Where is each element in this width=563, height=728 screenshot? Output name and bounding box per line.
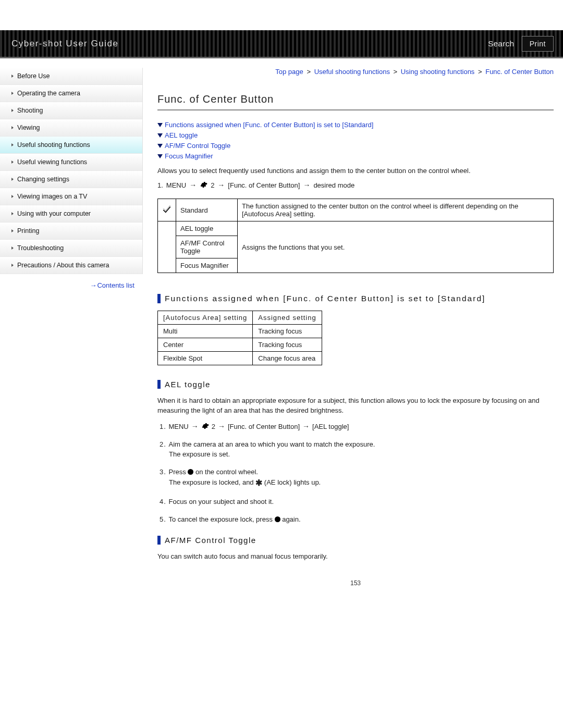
intro-text: Allows you to select frequently used fun… [157, 166, 554, 176]
arrow-icon: → [217, 181, 225, 189]
search-button[interactable]: Search [488, 39, 515, 48]
step-item: Focus on your subject and shoot it. [160, 497, 554, 507]
step-subtext: The exposure is set. [169, 449, 554, 460]
gear-number: 2 [212, 422, 215, 432]
arrow-icon: → [218, 421, 225, 432]
sidebar-item[interactable]: Viewing [0, 119, 142, 137]
table-cell: Multi [158, 325, 253, 338]
anchor-link[interactable]: AF/MF Control Toggle [157, 142, 554, 150]
section-heading-ael: AEL toggle [157, 380, 554, 389]
step-subtext: (AE lock) lights up. [264, 478, 321, 486]
caret-icon [11, 92, 14, 95]
sidebar: Before UseOperating the cameraShootingVi… [0, 58, 143, 587]
arrow-icon: → [90, 281, 95, 289]
mode-desc: Assigns the functions that you set. [238, 221, 554, 273]
step-num: 1. [157, 181, 163, 189]
ael-para: When it is hard to obtain an appropriate… [157, 396, 554, 416]
arrow-icon: → [302, 421, 310, 432]
gear-icon [200, 181, 207, 189]
caret-icon [11, 126, 14, 129]
table-header: Assigned setting [253, 311, 322, 325]
sidebar-item[interactable]: Using with your computer [0, 205, 142, 223]
sidebar-item[interactable]: Changing settings [0, 171, 142, 188]
sidebar-item[interactable]: Viewing images on a TV [0, 188, 142, 205]
anchor-link[interactable]: Focus Magnifier [157, 152, 554, 160]
gear-icon [201, 422, 209, 432]
step-text: To cancel the exposure lock, press [168, 515, 272, 523]
step-text: Aim the camera at an area to which you w… [168, 440, 375, 448]
caret-icon [11, 229, 14, 232]
sidebar-item-label: Before Use [17, 72, 50, 80]
sidebar-item-label: Useful shooting functions [17, 141, 90, 149]
mode-name: AF/MF Control Toggle [176, 236, 238, 258]
anchor-link[interactable]: Functions assigned when [Func. of Center… [157, 121, 554, 129]
sidebar-item-label: Shooting [17, 107, 43, 114]
section-heading-standard: Functions assigned when [Func. of Center… [157, 294, 554, 303]
anchor-text: Focus Magnifier [165, 152, 213, 160]
breadcrumb-separator: > [476, 68, 484, 76]
sidebar-item-label: Viewing [17, 124, 40, 131]
menu-label: MENU [166, 181, 186, 189]
menu-item: [Func. of Center Button] [228, 181, 300, 189]
breadcrumb-item[interactable]: Useful shooting functions [314, 68, 390, 76]
breadcrumb-separator: > [305, 68, 313, 76]
anchor-link[interactable]: AEL toggle [157, 131, 554, 139]
table-cell: Flexible Spot [158, 352, 253, 365]
table-row: AEL toggle Assigns the functions that yo… [158, 221, 554, 236]
step-text: again. [282, 515, 300, 523]
breadcrumb-item[interactable]: Top page [275, 68, 303, 76]
caret-icon [11, 246, 14, 250]
mode-name: Focus Magnifier [176, 258, 238, 273]
checkmark-icon [162, 205, 172, 214]
anchor-text: AF/MF Control Toggle [165, 142, 230, 150]
triangle-down-icon [157, 144, 163, 148]
guide-title: Cyber-shot User Guide [11, 39, 118, 49]
anchor-text: AEL toggle [165, 131, 198, 139]
center-button-icon [275, 516, 280, 522]
triangle-down-icon [157, 123, 163, 127]
menu-end: desired mode [313, 181, 354, 189]
mode-desc: The function assigned to the center butt… [238, 199, 554, 221]
header-bar: Cyber-shot User Guide Search Print [0, 30, 563, 58]
center-button-icon [188, 469, 193, 475]
sidebar-item-label: Operating the camera [17, 90, 80, 97]
sidebar-item[interactable]: Useful viewing functions [0, 154, 142, 171]
table-cell: Tracking focus [253, 325, 322, 338]
sidebar-item[interactable]: Printing [0, 223, 142, 240]
modes-table: Standard The function assigned to the ce… [157, 199, 554, 273]
table-cell: Change focus area [253, 352, 322, 365]
ael-steps: MENU → 2 → [Func. of Center Button] → [A… [157, 421, 554, 525]
step-item: MENU → 2 → [Func. of Center Button] → [A… [160, 421, 554, 432]
print-button[interactable]: Print [522, 36, 554, 52]
sidebar-item[interactable]: Useful shooting functions [0, 137, 142, 154]
step-item: To cancel the exposure lock, press again… [160, 514, 554, 525]
table-row: Multi Tracking focus [158, 325, 322, 338]
sidebar-item[interactable]: Before Use [0, 68, 142, 85]
sidebar-item-label: Printing [17, 227, 39, 235]
sidebar-item-label: Troubleshooting [17, 244, 64, 252]
afmf-para: You can switch auto focus and manual foc… [157, 552, 554, 562]
breadcrumb-separator: > [391, 68, 399, 76]
arrow-icon: → [191, 421, 199, 432]
sidebar-item[interactable]: Troubleshooting [0, 240, 142, 257]
step-text: Focus on your subject and shoot it. [168, 498, 274, 505]
check-cell [158, 199, 176, 221]
anchor-list: Functions assigned when [Func. of Center… [157, 121, 554, 160]
triangle-down-icon [157, 154, 163, 158]
caret-icon [11, 178, 14, 181]
sidebar-item[interactable]: Operating the camera [0, 85, 142, 102]
step-text: on the control wheel. [195, 468, 258, 476]
table-row: Center Tracking focus [158, 338, 322, 352]
check-cell [158, 221, 176, 273]
sidebar-item[interactable]: Shooting [0, 102, 142, 119]
section-heading-afmf: AF/MF Control Toggle [157, 536, 554, 545]
step-text: Press [168, 468, 186, 476]
anchor-text: Functions assigned when [Func. of Center… [165, 121, 373, 129]
step-item: Press on the control wheel. The exposure… [160, 467, 554, 490]
sidebar-item[interactable]: Precautions / About this camera [0, 257, 142, 274]
breadcrumb-item[interactable]: Using shooting functions [401, 68, 475, 76]
mode-name: Standard [176, 199, 238, 221]
caret-icon [11, 161, 14, 164]
contents-list-link[interactable]: →Contents list [90, 281, 134, 289]
caret-icon [11, 264, 14, 267]
